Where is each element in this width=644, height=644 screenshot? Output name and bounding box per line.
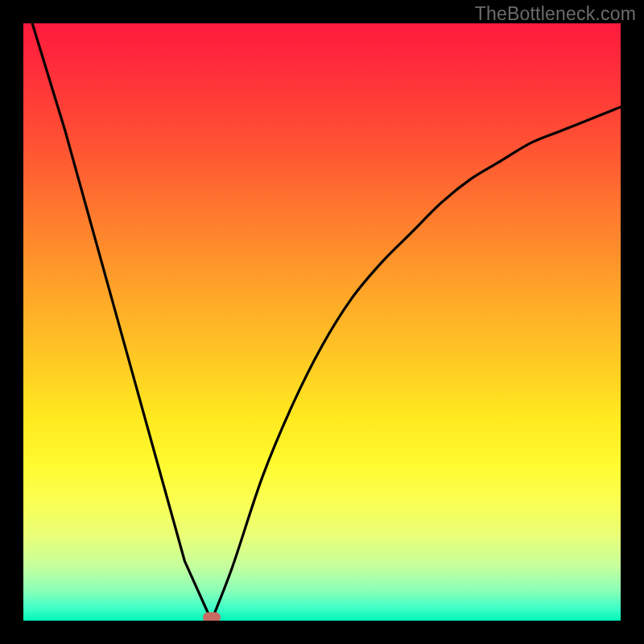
plot-area: [23, 23, 621, 621]
optimal-point-marker: [203, 613, 221, 621]
chart-frame: TheBottleneck.com: [0, 0, 644, 644]
watermark-text: TheBottleneck.com: [475, 3, 636, 25]
bottleneck-curve: [23, 23, 621, 621]
curve-path: [32, 23, 621, 621]
